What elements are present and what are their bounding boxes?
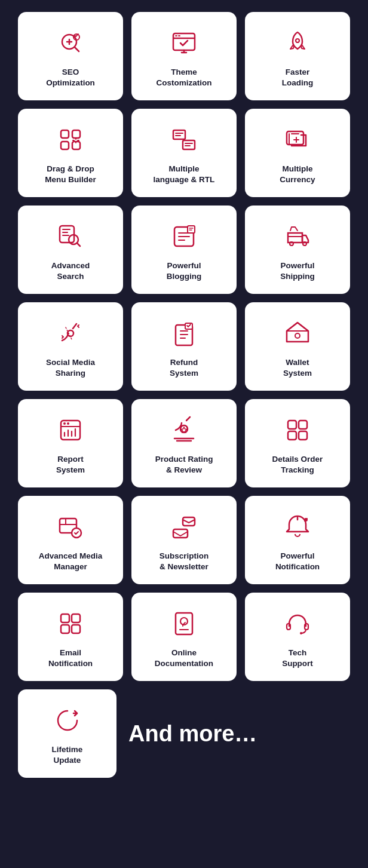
- card-label-social: Social MediaSharing: [46, 357, 95, 379]
- svg-rect-4: [61, 130, 69, 138]
- card-seo[interactable]: SEOOptimization: [18, 12, 123, 100]
- card-drag[interactable]: Drag & DropMenu Builder: [18, 109, 123, 197]
- icon-drag: [54, 123, 87, 157]
- svg-rect-6: [61, 142, 69, 149]
- svg-rect-41: [287, 624, 290, 630]
- card-label-seo: SEOOptimization: [46, 67, 95, 88]
- card-language[interactable]: Multiplelanguage & RTL: [131, 109, 237, 197]
- card-label-docs: OnlineDocumentation: [155, 648, 213, 669]
- svg-rect-9: [183, 140, 195, 149]
- card-wallet[interactable]: WalletSystem: [245, 302, 350, 391]
- icon-search: [54, 220, 87, 253]
- card-refund[interactable]: RefundSystem: [131, 302, 237, 391]
- card-lifetime[interactable]: LifetimeUpdate: [18, 689, 116, 778]
- icon-media: [54, 510, 87, 544]
- svg-point-15: [290, 242, 293, 246]
- svg-rect-38: [72, 625, 80, 633]
- card-rating[interactable]: Product Rating& Review: [131, 399, 237, 487]
- card-search[interactable]: AdvancedSearch: [18, 206, 123, 294]
- svg-point-23: [63, 422, 66, 425]
- card-label-rating: Product Rating& Review: [155, 454, 213, 476]
- and-more-row: LifetimeUpdate And more…: [18, 689, 350, 778]
- svg-point-3: [296, 39, 299, 42]
- card-label-order: Details OrderTracking: [272, 454, 323, 476]
- icon-refund: [167, 317, 201, 350]
- svg-rect-36: [72, 614, 80, 622]
- card-notification[interactable]: PowerfulNotification: [245, 496, 350, 584]
- svg-point-21: [295, 333, 300, 338]
- svg-rect-11: [60, 226, 74, 243]
- svg-rect-14: [188, 226, 195, 233]
- svg-marker-20: [287, 323, 308, 342]
- icon-blogging: [167, 220, 201, 253]
- icon-shipping: [281, 220, 314, 253]
- card-theme[interactable]: ThemeCostomization: [131, 12, 237, 100]
- card-media[interactable]: Advanced MediaManager: [18, 496, 123, 584]
- and-more-text: And more…: [128, 721, 257, 747]
- svg-rect-35: [61, 614, 69, 622]
- card-blogging[interactable]: PowerfulBlogging: [131, 206, 237, 294]
- svg-rect-26: [288, 421, 296, 429]
- card-currency[interactable]: MultipleCurrency: [245, 109, 350, 197]
- card-label-report: ReportSystem: [56, 454, 85, 476]
- card-label-shipping: PowerfulShipping: [280, 260, 315, 282]
- card-label-media: Advanced MediaManager: [39, 551, 103, 572]
- icon-language: [167, 123, 201, 157]
- card-label-faster: FasterLoading: [282, 67, 314, 88]
- svg-rect-28: [288, 431, 296, 440]
- icon-social: [54, 317, 87, 350]
- card-label-drag: Drag & DropMenu Builder: [45, 164, 96, 185]
- icon-seo: [54, 26, 87, 60]
- icon-report: [54, 413, 87, 447]
- svg-rect-8: [173, 130, 185, 139]
- icon-currency: [281, 123, 314, 157]
- icon-wallet: [281, 317, 314, 350]
- icon-rating: [167, 413, 201, 447]
- svg-point-16: [303, 242, 306, 246]
- svg-rect-33: [183, 517, 195, 526]
- card-order[interactable]: Details OrderTracking: [245, 399, 350, 487]
- card-shipping[interactable]: PowerfulShipping: [245, 206, 350, 294]
- icon-email: [54, 607, 87, 640]
- icon-lifetime: [51, 704, 84, 737]
- card-label-wallet: WalletSystem: [283, 357, 312, 379]
- icon-theme: [167, 26, 201, 60]
- card-label-newsletter: Subscription& Newsletter: [160, 551, 209, 572]
- card-label-search: AdvancedSearch: [51, 260, 90, 282]
- card-faster[interactable]: FasterLoading: [245, 12, 350, 100]
- card-report[interactable]: ReportSystem: [18, 399, 123, 487]
- card-docs[interactable]: OnlineDocumentation: [131, 593, 237, 681]
- card-label-support: TechSupport: [282, 648, 313, 669]
- icon-faster: [281, 26, 314, 60]
- main-container: SEOOptimization ThemeCostomization Faste…: [0, 0, 368, 790]
- card-label-lifetime: LifetimeUpdate: [52, 744, 83, 766]
- card-label-currency: MultipleCurrency: [280, 164, 315, 185]
- svg-rect-37: [61, 625, 69, 633]
- icon-order: [281, 413, 314, 447]
- icon-docs: [167, 607, 201, 640]
- card-label-notification: PowerfulNotification: [275, 551, 320, 572]
- card-email[interactable]: EmailNotification: [18, 593, 123, 681]
- card-label-theme: ThemeCostomization: [157, 67, 212, 88]
- svg-rect-5: [72, 130, 80, 138]
- card-support[interactable]: TechSupport: [245, 593, 350, 681]
- svg-point-43: [300, 632, 302, 634]
- svg-rect-29: [299, 431, 307, 440]
- card-label-language: Multiplelanguage & RTL: [154, 164, 215, 185]
- card-newsletter[interactable]: Subscription& Newsletter: [131, 496, 237, 584]
- features-grid: SEOOptimization ThemeCostomization Faste…: [18, 12, 350, 681]
- svg-point-24: [67, 422, 69, 425]
- icon-newsletter: [167, 510, 201, 544]
- svg-point-34: [304, 518, 308, 522]
- card-social[interactable]: Social MediaSharing: [18, 302, 123, 391]
- svg-rect-42: [305, 624, 308, 630]
- icon-notification: [281, 510, 314, 544]
- card-label-email: EmailNotification: [48, 648, 93, 669]
- icon-support: [281, 607, 314, 640]
- svg-rect-27: [299, 421, 307, 429]
- card-label-blogging: PowerfulBlogging: [167, 260, 201, 282]
- card-label-refund: RefundSystem: [170, 357, 198, 379]
